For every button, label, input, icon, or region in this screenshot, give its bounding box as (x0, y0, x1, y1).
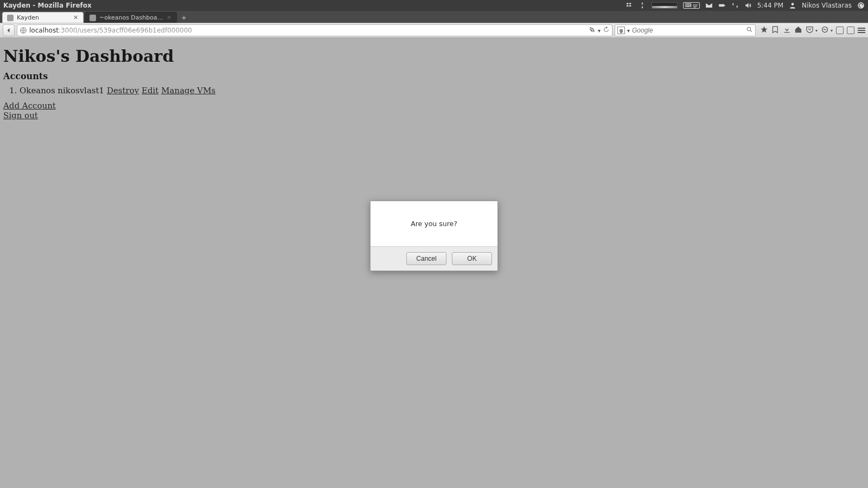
system-top-bar: Kayden - Mozilla Firefox ⌨gr 5:44 PM Nik… (0, 0, 868, 11)
clock[interactable]: 5:44 PM (757, 2, 783, 9)
bookmarks-menu-icon[interactable] (771, 25, 780, 36)
svg-point-1 (747, 27, 751, 31)
site-identity-icon[interactable] (20, 27, 27, 34)
browser-tab-active[interactable]: Kayden ✕ (2, 12, 84, 23)
tab-close-icon[interactable]: ✕ (167, 15, 172, 21)
search-input[interactable] (632, 27, 744, 34)
pocket-icon[interactable] (806, 25, 814, 36)
downloads-icon[interactable] (783, 25, 791, 36)
favicon-icon (7, 15, 14, 21)
browser-nav-toolbar: localhost:3000/users/539acff06e696b1edf0… (0, 23, 868, 38)
sync-icon[interactable] (639, 2, 646, 9)
url-dropdown-icon[interactable]: ▾ (598, 28, 601, 34)
system-monitor-graph[interactable] (652, 2, 678, 9)
browser-tab-strip: Kayden ✕ ~okeanos Dashboar... ✕ ＋ (0, 11, 868, 23)
dialog-message: Are you sure? (371, 201, 497, 246)
ok-button[interactable]: OK (452, 252, 492, 265)
mail-icon[interactable] (705, 2, 713, 9)
power-icon[interactable] (857, 2, 865, 9)
search-bar[interactable]: g ▾ (615, 24, 756, 36)
toolbar-icons: ▾ ▾ (758, 25, 865, 36)
addon-icon[interactable] (821, 25, 829, 36)
reload-icon[interactable] (603, 26, 610, 35)
bookmark-star-icon[interactable] (760, 25, 768, 36)
network-icon[interactable] (731, 2, 739, 9)
window-title: Kayden - Mozilla Firefox (3, 2, 92, 9)
search-go-icon[interactable] (746, 26, 753, 35)
url-text: localhost:3000/users/539acff06e696b1edf0… (29, 27, 586, 34)
dropbox-icon[interactable] (626, 2, 633, 9)
home-icon[interactable] (794, 25, 802, 36)
search-engine-dropdown-icon[interactable]: ▾ (627, 28, 630, 34)
favicon-icon (90, 15, 96, 21)
system-tray: ⌨gr 5:44 PM Nikos Vlastaras (626, 2, 865, 9)
browser-viewport: Nikos's Dashboard Accounts Okeanos nikos… (0, 38, 868, 488)
user-icon[interactable] (789, 2, 796, 9)
keyboard-layout-indicator[interactable]: ⌨gr (683, 2, 699, 9)
browser-tab[interactable]: ~okeanos Dashboar... ✕ (85, 12, 177, 23)
search-engine-icon[interactable]: g (617, 27, 625, 34)
tab-label: Kayden (17, 14, 70, 21)
dialog-button-row: Cancel OK (371, 246, 497, 271)
user-name[interactable]: Nikos Vlastaras (802, 2, 852, 9)
volume-icon[interactable] (744, 2, 752, 9)
menu-icon[interactable] (858, 28, 865, 33)
back-button[interactable] (3, 24, 15, 36)
battery-icon[interactable] (718, 2, 726, 9)
cancel-button[interactable]: Cancel (406, 252, 446, 265)
url-bar[interactable]: localhost:3000/users/539acff06e696b1edf0… (17, 24, 612, 36)
extension-icon-2[interactable] (847, 27, 854, 34)
tab-label: ~okeanos Dashboar... (99, 14, 163, 21)
new-tab-button[interactable]: ＋ (178, 13, 190, 23)
feed-icon[interactable] (589, 26, 596, 35)
confirm-dialog: Are you sure? Cancel OK (370, 201, 498, 271)
extension-icon-1[interactable] (836, 27, 844, 34)
tab-close-icon[interactable]: ✕ (73, 15, 79, 21)
